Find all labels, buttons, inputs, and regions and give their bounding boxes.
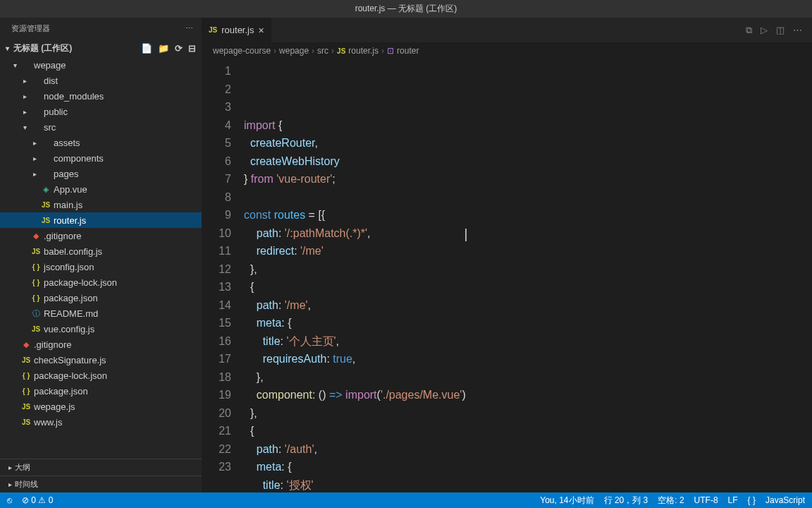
file-vue.config.js[interactable]: JSvue.config.js [0,321,202,337]
folder-dist[interactable]: ▸dist [0,73,202,88]
more-actions-icon[interactable]: ⋯ [793,25,802,35]
timeline-section[interactable]: ▸时间线 [0,476,202,492]
new-file-icon[interactable]: 📄 [141,43,152,54]
status-language[interactable]: JavaScript [765,495,805,505]
tab-router-js[interactable]: JS router.js × [202,18,272,42]
explorer-header: 资源管理器 [11,23,50,34]
split-icon[interactable]: ◫ [776,25,785,35]
outline-label: 大纲 [15,462,30,473]
file-main.js[interactable]: JSmain.js [0,197,202,212]
file-package-lock.json[interactable]: { }package-lock.json [0,368,202,383]
line-gutter: 1234567891011121314151617181920212223 [202,59,244,492]
file-babel.config.js[interactable]: JSbabel.config.js [0,243,202,259]
editor-tabs: JS router.js × ⧉ ▷ ◫ ⋯ [202,18,812,42]
window-titlebar: router.js — 无标题 (工作区) [0,0,812,18]
folder-src[interactable]: ▾src [0,119,202,135]
collapse-icon[interactable]: ⊟ [188,43,196,54]
breadcrumb-item[interactable]: router [397,46,419,56]
workspace-root[interactable]: ▾ 无标题 (工作区) 📄 📁 ⟳ ⊟ [0,40,202,57]
new-folder-icon[interactable]: 📁 [158,43,169,54]
breadcrumb-item[interactable]: src [317,46,328,56]
breadcrumb-item[interactable]: router.js [348,46,379,56]
folder-components[interactable]: ▸components [0,150,202,166]
run-icon[interactable]: ▷ [761,25,768,35]
git-compare-icon[interactable]: ⧉ [746,25,752,36]
file-package.json[interactable]: { }package.json [0,290,202,306]
text-cursor [465,229,467,241]
file-jsconfig.json[interactable]: { }jsconfig.json [0,259,202,274]
breadcrumb[interactable]: wepage-course›wepage›src›JS router.js›⊡ … [202,42,812,59]
file-.gitignore[interactable]: ◆.gitignore [0,337,202,352]
status-errors[interactable]: ⊘ 0 ⚠ 0 [22,495,53,505]
folder-public[interactable]: ▸public [0,104,202,119]
folder-wepage[interactable]: ▾wepage [0,57,202,73]
chevron-down-icon: ▾ [6,44,9,52]
outline-section[interactable]: ▸大纲 [0,459,202,476]
minimap[interactable] [792,59,812,492]
js-icon: JS [209,26,217,34]
tab-label: router.js [221,25,254,35]
status-git[interactable]: You, 14小时前 [540,495,593,507]
breadcrumb-item[interactable]: wepage-course [213,46,271,56]
file-checkSignature.js[interactable]: JScheckSignature.js [0,352,202,368]
file-package.json[interactable]: { }package.json [0,383,202,399]
folder-pages[interactable]: ▸pages [0,166,202,181]
workspace-root-label: 无标题 (工作区) [13,42,72,54]
remote-icon[interactable]: ⎋ [7,495,12,505]
breadcrumb-item[interactable]: wepage [279,46,309,56]
timeline-label: 时间线 [15,479,38,490]
status-encoding[interactable]: UTF-8 [694,495,718,505]
window-title: router.js — 无标题 (工作区) [355,3,457,15]
file-.gitignore[interactable]: ◆.gitignore [0,228,202,243]
status-position[interactable]: 行 20，列 3 [604,495,648,507]
code-editor[interactable]: import { createRouter, createWebHistory}… [244,59,812,492]
status-spaces[interactable]: 空格: 2 [658,495,684,507]
file-wepage.js[interactable]: JSwepage.js [0,399,202,414]
folder-node_modules[interactable]: ▸node_modules [0,88,202,104]
status-eol[interactable]: LF [728,495,738,505]
folder-assets[interactable]: ▸assets [0,135,202,150]
explorer-sidebar: 资源管理器 ⋯ ▾ 无标题 (工作区) 📄 📁 ⟳ ⊟ ▾wepage▸dist… [0,18,202,492]
file-App.vue[interactable]: ◈App.vue [0,181,202,197]
file-README.md[interactable]: ⓘREADME.md [0,306,202,321]
file-package-lock.json[interactable]: { }package-lock.json [0,274,202,290]
close-icon[interactable]: × [258,25,264,36]
refresh-icon[interactable]: ⟳ [175,43,183,54]
file-www.js[interactable]: JSwww.js [0,414,202,430]
file-router.js[interactable]: JSrouter.js [0,212,202,228]
status-bar: ⎋ ⊘ 0 ⚠ 0 You, 14小时前 行 20，列 3 空格: 2 UTF-… [0,492,812,508]
status-brackets[interactable]: { } [748,495,756,505]
more-icon[interactable]: ⋯ [185,24,193,33]
file-tree: ▾wepage▸dist▸node_modules▸public▾src▸ass… [0,57,202,459]
